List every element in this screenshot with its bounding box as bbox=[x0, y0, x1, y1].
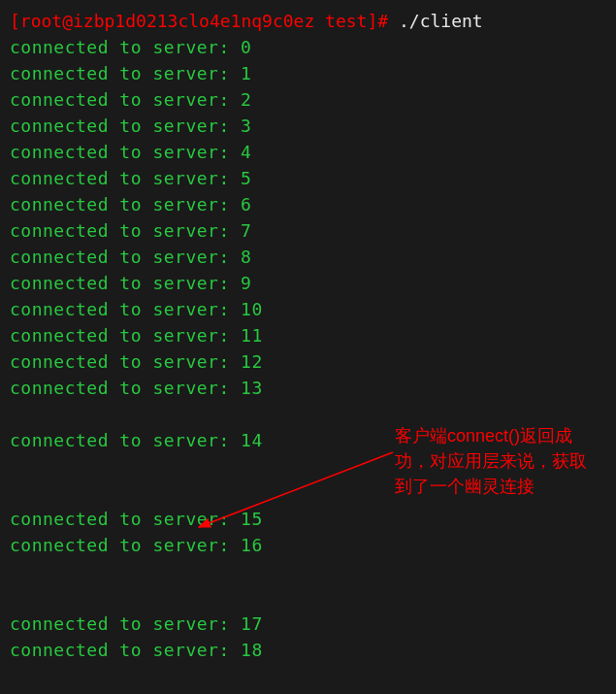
output-line: connected to server: 15 bbox=[10, 506, 606, 532]
output-line: connected to server: 0 bbox=[10, 34, 606, 60]
output-line: connected to server: 8 bbox=[10, 244, 606, 270]
output-line: connected to server: 16 bbox=[10, 532, 606, 558]
output-line: connected to server: 3 bbox=[10, 113, 606, 139]
output-line: connected to server: 7 bbox=[10, 217, 606, 244]
terminal-output: connected to server: 0connected to serve… bbox=[10, 34, 606, 663]
command-text: ./client bbox=[399, 11, 483, 31]
annotation-text: 客户端connect()返回成功，对应用层来说，获取到了一个幽灵连接 bbox=[395, 423, 599, 499]
output-line: connected to server: 2 bbox=[10, 86, 606, 113]
output-line: connected to server: 1 bbox=[10, 60, 606, 86]
output-line: connected to server: 5 bbox=[10, 165, 606, 191]
output-line: connected to server: 17 bbox=[10, 611, 606, 637]
output-line: connected to server: 11 bbox=[10, 322, 606, 348]
output-line: connected to server: 4 bbox=[10, 139, 606, 165]
output-line: connected to server: 18 bbox=[10, 637, 606, 663]
terminal-line: [root@izbp1d0213clo4e1nq9c0ez test]# ./c… bbox=[10, 8, 606, 34]
shell-prompt: [root@izbp1d0213clo4e1nq9c0ez test]# bbox=[10, 11, 399, 31]
blank-line bbox=[10, 558, 606, 584]
output-line: connected to server: 6 bbox=[10, 191, 606, 217]
output-line: connected to server: 9 bbox=[10, 270, 606, 296]
output-line: connected to server: 10 bbox=[10, 296, 606, 322]
output-line: connected to server: 13 bbox=[10, 375, 606, 401]
blank-line bbox=[10, 584, 606, 611]
output-line: connected to server: 12 bbox=[10, 348, 606, 375]
